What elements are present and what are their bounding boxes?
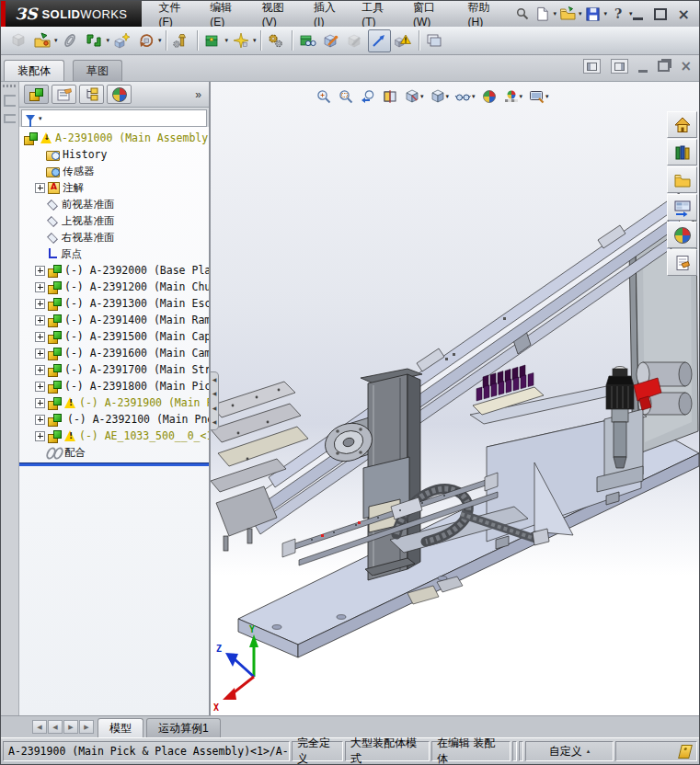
mate-icon[interactable] (83, 29, 106, 52)
design-library-icon[interactable] (667, 139, 697, 166)
expand-icon[interactable] (35, 431, 45, 441)
menu-tools[interactable]: 工具(T) (352, 1, 404, 27)
smart-components-dropdown-icon[interactable]: ▾ (225, 37, 229, 44)
expand-icon[interactable] (35, 398, 45, 408)
propertymanager-tab[interactable] (52, 85, 76, 104)
overflow-chevron-icon[interactable]: » (195, 88, 204, 101)
collapse-right-pane-icon[interactable] (611, 59, 628, 74)
mass-properties-warning-icon[interactable] (392, 29, 415, 52)
expand-icon[interactable] (35, 332, 45, 342)
file-explorer-icon[interactable] (667, 166, 697, 193)
insert-component-icon[interactable] (30, 29, 53, 52)
tag-icon[interactable] (678, 745, 693, 759)
menu-insert[interactable]: 插入(I) (304, 1, 352, 27)
appearances-scenes-icon[interactable] (667, 222, 697, 248)
smart-components-icon[interactable] (201, 29, 224, 52)
hide-show-dropdown-icon[interactable]: ▾ (472, 93, 476, 100)
menu-view[interactable]: 视图(V) (253, 1, 304, 27)
insert-component-disabled-icon[interactable] (6, 29, 29, 52)
process-flow-icon[interactable] (4, 95, 16, 107)
save-icon[interactable] (584, 5, 602, 23)
zoom-to-fit-button[interactable] (314, 86, 334, 107)
expand-icon[interactable] (35, 348, 45, 359)
fastener-bolt-icon[interactable] (170, 29, 193, 52)
view-settings-button[interactable]: ▾ (526, 86, 551, 107)
apply-scene-button[interactable]: ▾ (501, 86, 525, 107)
exploded-view-dropdown-icon[interactable]: ▾ (253, 37, 257, 44)
interference-detection-icon[interactable] (320, 29, 343, 52)
insert-component-dropdown-icon[interactable]: ▾ (54, 37, 58, 44)
menu-edit[interactable]: 编辑(E) (201, 1, 252, 27)
rollback-bar[interactable] (19, 462, 209, 466)
panel-splitter-handle[interactable]: ◀ ◀ ◀ ◀ (211, 371, 219, 430)
tree-item[interactable]: 右视基准面 (19, 229, 209, 245)
expand-icon[interactable] (35, 382, 45, 392)
tree-item[interactable]: (-) A-2391900 (Main Pic (19, 394, 209, 411)
assembly-window-icon[interactable] (423, 29, 446, 52)
featuremanager-tree-tab[interactable] (24, 85, 49, 104)
expand-icon[interactable] (35, 282, 45, 292)
displaymanager-tab[interactable] (107, 85, 132, 104)
tree-item[interactable]: 原点 (19, 245, 209, 262)
tree-item[interactable]: (-) A-2391600 (Main Camera (19, 345, 209, 361)
expand-icon[interactable] (35, 266, 45, 276)
open-dropdown-icon[interactable]: ▾ (579, 10, 582, 17)
tree-item[interactable]: (-) A-2391700 (Main Stripp (19, 361, 209, 378)
section-view-button[interactable] (380, 86, 400, 107)
prev-tab-button[interactable]: ◀ (48, 720, 63, 734)
tree-item[interactable]: (-) A-2391300 (Main Escape (19, 295, 209, 312)
assembly-tool-disabled-icon[interactable] (344, 29, 367, 52)
menu-file[interactable]: 文件(F) (149, 1, 201, 27)
restore-button[interactable] (654, 8, 667, 20)
assembly-settings-icon[interactable] (265, 29, 288, 52)
zoom-to-area-button[interactable] (336, 86, 356, 107)
next-tab-button[interactable]: ▶ (63, 720, 78, 734)
minimize-button[interactable] (633, 7, 643, 20)
apply-scene-dropdown-icon[interactable]: ▾ (520, 93, 523, 100)
step-icon[interactable] (4, 114, 16, 123)
exploded-view-icon[interactable] (229, 29, 252, 52)
graphics-viewport[interactable]: Y Z X ▾ ▾ ▾ ▾ ▾ ◀ ◀ ◀ (211, 82, 699, 715)
tree-item[interactable]: (-) A-2391500 (Main Captur (19, 328, 209, 345)
expand-icon[interactable] (35, 299, 45, 309)
save-dropdown-icon[interactable]: ▾ (604, 10, 608, 17)
expand-icon[interactable] (35, 365, 45, 375)
tree-item[interactable]: History (19, 146, 209, 163)
tab-model[interactable]: 模型 (98, 718, 143, 737)
tree-filter-field[interactable]: ▾ (21, 109, 207, 127)
view-orientation-button[interactable]: ▾ (402, 86, 426, 107)
mate-dropdown-icon[interactable]: ▾ (107, 37, 110, 44)
configurationmanager-tab[interactable] (79, 85, 104, 104)
tree-item[interactable]: 配合 (19, 444, 209, 461)
previous-view-button[interactable] (358, 86, 378, 107)
new-file-icon[interactable] (534, 5, 552, 23)
collapse-left-pane-icon[interactable] (583, 59, 601, 74)
custom-properties-icon[interactable] (667, 249, 697, 276)
solidworks-resources-icon[interactable] (667, 111, 697, 138)
last-tab-button[interactable]: ▶ (79, 720, 94, 734)
tree-item[interactable]: 上视基准面 (19, 212, 209, 229)
view-orientation-dropdown-icon[interactable]: ▾ (420, 93, 424, 100)
tree-item[interactable]: (-) A-2391200 (Main Chute (19, 279, 209, 295)
show-hidden-components-icon[interactable] (296, 29, 319, 52)
close-button[interactable]: × (678, 9, 690, 19)
tree-item[interactable]: 注解 (19, 179, 209, 196)
display-style-dropdown-icon[interactable]: ▾ (446, 93, 450, 100)
view-settings-dropdown-icon[interactable]: ▾ (545, 93, 549, 100)
new-dropdown-icon[interactable]: ▾ (554, 10, 557, 17)
tree-item[interactable]: (-) A-2391800 (Main Pickup (19, 378, 209, 394)
smart-fasteners-icon[interactable] (59, 29, 82, 52)
tab-motion-study[interactable]: 运动算例1 (146, 718, 221, 737)
view-palette-icon[interactable] (667, 194, 697, 221)
tree-item[interactable]: (-) A-2391400 (Main Ramp A (19, 312, 209, 328)
search-icon[interactable] (513, 5, 532, 23)
help-icon[interactable]: ? (609, 5, 627, 23)
component-pattern-icon[interactable] (110, 29, 133, 52)
open-file-icon[interactable] (558, 5, 577, 23)
status-custom-dropdown[interactable]: 自定义▴ (525, 741, 614, 761)
expand-icon[interactable] (35, 183, 45, 193)
edit-appearance-button[interactable] (479, 86, 499, 107)
tree-item[interactable]: (-) AE_1033_500__0_<1> (19, 428, 209, 444)
doc-restore-button[interactable] (658, 61, 670, 72)
tree-item[interactable]: 前视基准面 (19, 196, 209, 212)
